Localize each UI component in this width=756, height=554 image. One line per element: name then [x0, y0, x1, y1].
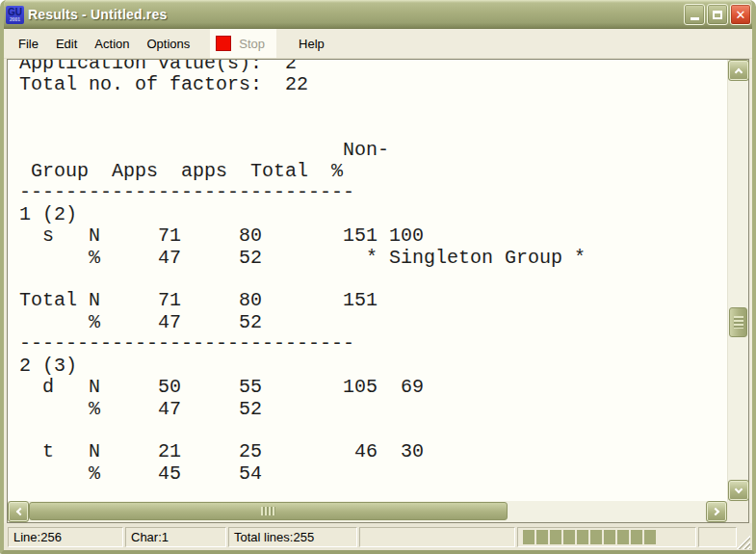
scroll-right-button[interactable]	[706, 501, 727, 522]
menu-stop[interactable]: Stop	[210, 29, 276, 58]
status-tail-panel	[698, 527, 737, 547]
status-line: Line:256	[8, 527, 123, 547]
app-icon-subtext: 2001	[10, 17, 20, 22]
progress-block	[536, 530, 548, 544]
progress-block	[577, 530, 588, 544]
results-text: Application value(s): 2 Total no. of fac…	[8, 60, 727, 485]
status-empty-panel	[359, 527, 515, 547]
scroll-thumb-grip	[261, 507, 275, 515]
vertical-scroll-thumb[interactable]	[729, 307, 747, 337]
title-bar[interactable]: GU 2001 Results - Untitled.res ✕	[0, 0, 756, 29]
horizontal-scroll-track[interactable]	[29, 501, 706, 522]
scroll-down-button[interactable]	[728, 480, 749, 501]
stop-square-icon	[216, 36, 231, 51]
app-icon[interactable]: GU 2001	[6, 6, 24, 24]
close-button[interactable]: ✕	[730, 4, 751, 25]
content-frame: Application value(s): 2 Total no. of fac…	[7, 59, 749, 523]
horizontal-scroll-thumb[interactable]	[29, 502, 508, 520]
scroll-thumb-grip	[734, 316, 743, 329]
status-bar: Line:256 Char:1 Total lines:255	[4, 523, 752, 551]
menu-bar: File Edit Action Options Stop Help	[4, 29, 752, 59]
progress-blocks	[517, 527, 696, 547]
progress-block	[563, 530, 575, 544]
progress-block	[550, 530, 561, 544]
progress-block	[631, 530, 642, 544]
scroll-up-button[interactable]	[728, 60, 749, 81]
progress-block	[590, 530, 602, 544]
results-viewport[interactable]: Application value(s): 2 Total no. of fac…	[8, 60, 727, 501]
maximize-icon	[713, 11, 722, 19]
chevron-down-icon	[735, 485, 743, 492]
progress-block	[617, 530, 629, 544]
progress-block	[523, 530, 534, 544]
minimize-button[interactable]	[684, 4, 705, 25]
menu-options[interactable]: Options	[139, 29, 199, 58]
resize-grip[interactable]	[737, 536, 750, 549]
results-window: GU 2001 Results - Untitled.res ✕ File Ed…	[0, 0, 756, 554]
scroll-left-button[interactable]	[8, 501, 29, 522]
maximize-button[interactable]	[707, 4, 728, 25]
menu-action[interactable]: Action	[86, 29, 138, 58]
status-char: Char:1	[125, 527, 226, 547]
progress-block	[644, 530, 656, 544]
chevron-left-icon	[15, 508, 23, 515]
status-total-lines: Total lines:255	[228, 527, 357, 547]
menu-file[interactable]: File	[10, 29, 47, 58]
horizontal-scrollbar	[8, 501, 727, 522]
close-icon: ✕	[736, 9, 746, 21]
progress-block	[604, 530, 615, 544]
app-icon-text: GU	[8, 8, 22, 17]
minimize-icon	[691, 17, 699, 20]
menu-edit[interactable]: Edit	[47, 29, 86, 58]
chevron-up-icon	[735, 67, 743, 75]
chevron-right-icon	[711, 508, 718, 515]
vertical-scrollbar	[727, 60, 748, 501]
menu-stop-label: Stop	[239, 37, 265, 51]
window-title: Results - Untitled.res	[28, 7, 682, 22]
scrollbar-corner	[727, 501, 748, 522]
menu-help[interactable]: Help	[290, 29, 333, 58]
vertical-scroll-track[interactable]	[728, 81, 748, 480]
